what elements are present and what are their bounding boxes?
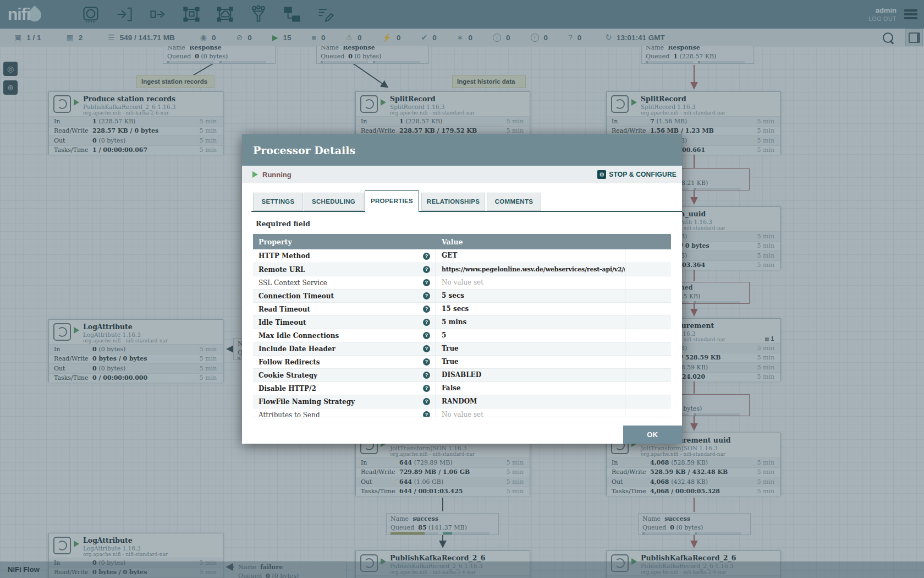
property-name-cell: Max Idle Connections? (253, 329, 436, 342)
stop-and-configure-button[interactable]: ⚙ STOP & CONFIGURE (597, 170, 676, 179)
property-name: Follow Redirects (258, 358, 423, 366)
processor-details-dialog: Processor Details Running ⚙ STOP & CONFI… (242, 134, 682, 444)
property-extra-cell (625, 408, 671, 417)
property-value[interactable]: 5 secs (436, 290, 625, 302)
help-icon[interactable]: ? (423, 266, 430, 273)
property-name-cell: Remote URL? (253, 263, 436, 276)
help-icon[interactable]: ? (423, 385, 430, 392)
property-extra-cell (625, 329, 671, 342)
ok-button[interactable]: OK (623, 426, 682, 444)
help-icon[interactable]: ? (423, 398, 430, 405)
property-row[interactable]: FlowFile Naming Strategy?RANDOM (253, 395, 671, 408)
property-name-cell: Connection Timeout? (253, 290, 436, 302)
property-extra-cell (625, 263, 671, 276)
required-field-label: Required field (256, 220, 310, 228)
property-extra-cell (625, 395, 671, 408)
tab-underline (251, 211, 682, 212)
run-status-bar: Running ⚙ STOP & CONFIGURE (242, 166, 682, 183)
property-name-cell: Attributes to Send? (253, 408, 436, 417)
gear-icon: ⚙ (597, 170, 606, 179)
property-name-cell: Idle Timeout? (253, 316, 436, 329)
property-row[interactable]: Attributes to Send?No value set (253, 408, 671, 417)
property-row[interactable]: Cookie Strategy?DISABLED (253, 368, 671, 381)
help-icon[interactable]: ? (423, 292, 430, 299)
property-row[interactable]: Disable HTTP/2?False (253, 381, 671, 395)
run-status-label: Running (262, 171, 292, 179)
property-value[interactable]: RANDOM (436, 395, 625, 408)
property-extra-cell (625, 382, 671, 395)
property-extra-cell (625, 303, 671, 315)
properties-table-body: HTTP Method?GETRemote URL?https://www.pe… (253, 249, 671, 417)
property-row[interactable]: HTTP Method?GET (253, 249, 671, 263)
property-value[interactable]: GET (436, 249, 625, 263)
value-column-header: Value (436, 238, 671, 246)
property-name: HTTP Method (258, 252, 423, 260)
help-icon[interactable]: ? (423, 253, 430, 260)
tab-comments[interactable]: COMMENTS (487, 193, 541, 211)
property-name-cell: Follow Redirects? (253, 356, 436, 368)
tab-settings[interactable]: SETTINGS (253, 193, 303, 211)
property-name: Include Date Header (258, 345, 423, 353)
property-name: SSL Context Service (258, 279, 423, 287)
dialog-header: Processor Details (242, 134, 682, 166)
property-row[interactable]: SSL Context Service?No value set (253, 276, 671, 289)
property-name-cell: FlowFile Naming Strategy? (253, 395, 436, 408)
property-extra-cell (625, 316, 671, 329)
property-name: Remote URL (258, 266, 423, 274)
help-icon[interactable]: ? (423, 358, 430, 366)
property-value[interactable]: 5 mins (436, 316, 625, 329)
tab-scheduling[interactable]: SCHEDULING (304, 193, 364, 211)
property-name: FlowFile Naming Strategy (258, 398, 423, 406)
properties-table: Property Value HTTP Method?GETRemote URL… (253, 234, 671, 417)
property-value[interactable]: No value set (436, 408, 625, 417)
property-name-cell: HTTP Method? (253, 249, 436, 263)
dialog-title: Processor Details (253, 144, 355, 156)
help-icon[interactable]: ? (423, 372, 430, 379)
properties-table-header: Property Value (253, 234, 671, 249)
help-icon[interactable]: ? (423, 306, 430, 313)
property-name: Max Idle Connections (258, 332, 423, 340)
property-value[interactable]: No value set (436, 276, 625, 289)
property-name-cell: Read Timeout? (253, 303, 436, 315)
help-icon[interactable]: ? (423, 345, 430, 352)
property-row[interactable]: Follow Redirects?True (253, 355, 671, 368)
property-row[interactable]: Include Date Header?True (253, 342, 671, 355)
property-name-cell: Disable HTTP/2? (253, 382, 436, 395)
property-value[interactable]: DISABLED (436, 369, 625, 381)
property-name: Connection Timeout (258, 292, 423, 300)
property-name: Idle Timeout (258, 319, 423, 326)
property-value[interactable]: 15 secs (436, 303, 625, 315)
property-value[interactable]: https://www.pegelonline.wsv.de/webservic… (436, 263, 625, 276)
property-extra-cell (625, 276, 671, 289)
property-row[interactable]: Idle Timeout?5 mins (253, 315, 671, 329)
property-name: Attributes to Send (258, 411, 423, 418)
property-name-cell: Include Date Header? (253, 342, 436, 355)
property-name: Cookie Strategy (258, 372, 423, 379)
property-row[interactable]: Read Timeout?15 secs (253, 302, 671, 315)
property-extra-cell (625, 249, 671, 263)
property-row[interactable]: Max Idle Connections?5 (253, 329, 671, 342)
property-extra-cell (625, 290, 671, 302)
tab-relationships[interactable]: RELATIONSHIPS (421, 193, 485, 211)
property-name-cell: Cookie Strategy? (253, 369, 436, 381)
property-extra-cell (625, 356, 671, 368)
property-column-header: Property (253, 238, 436, 246)
help-icon[interactable]: ? (423, 332, 430, 339)
property-value[interactable]: True (436, 342, 625, 355)
property-extra-cell (625, 342, 671, 355)
property-name: Read Timeout (258, 306, 423, 313)
running-icon (252, 171, 258, 178)
dialog-tabs: SETTINGSSCHEDULINGPROPERTIESRELATIONSHIP… (242, 192, 682, 212)
help-icon[interactable]: ? (423, 279, 430, 286)
property-value[interactable]: True (436, 356, 625, 368)
help-icon[interactable]: ? (423, 319, 430, 326)
tab-properties[interactable]: PROPERTIES (365, 190, 419, 212)
property-row[interactable]: Remote URL?https://www.pegelonline.wsv.d… (253, 263, 671, 276)
property-value[interactable]: False (436, 382, 625, 395)
help-icon[interactable]: ? (423, 411, 430, 417)
property-row[interactable]: Connection Timeout?5 secs (253, 289, 671, 302)
property-name-cell: SSL Context Service? (253, 276, 436, 289)
property-extra-cell (625, 369, 671, 381)
property-name: Disable HTTP/2 (258, 385, 423, 392)
property-value[interactable]: 5 (436, 329, 625, 342)
